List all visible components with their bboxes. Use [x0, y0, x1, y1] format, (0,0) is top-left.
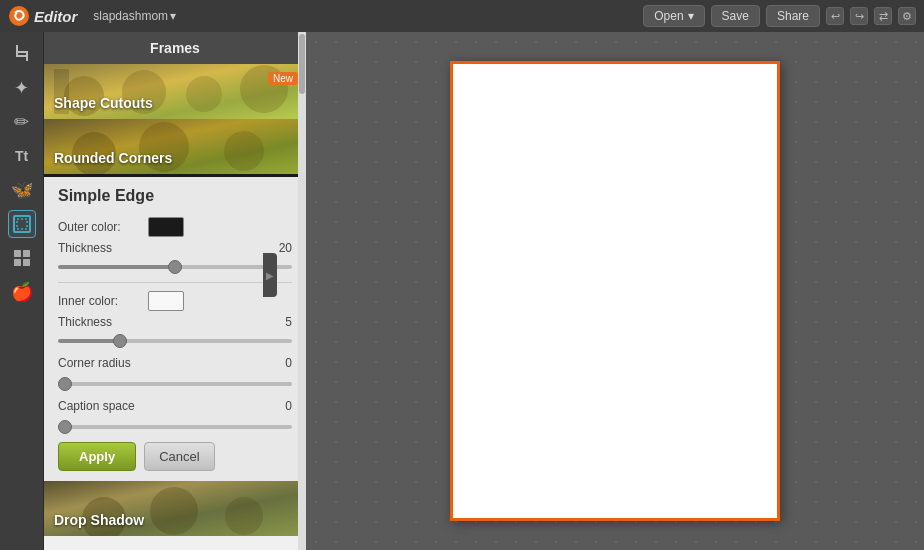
- undo-button[interactable]: ↩: [826, 7, 844, 25]
- outer-thickness-slider[interactable]: [58, 265, 292, 269]
- rounded-corners-item[interactable]: Rounded Corners: [44, 119, 306, 174]
- outer-color-label: Outer color:: [58, 220, 148, 234]
- sidebar-title: Frames: [44, 32, 306, 64]
- main: ✦ ✏ Tt 🦋 🍎 Frames: [0, 32, 924, 550]
- svg-point-14: [186, 76, 222, 112]
- svg-rect-6: [17, 219, 27, 229]
- inner-thickness-row: Thickness 5: [58, 315, 292, 329]
- divider: [58, 282, 292, 283]
- cancel-button[interactable]: Cancel: [144, 442, 214, 471]
- redo-button[interactable]: ↪: [850, 7, 868, 25]
- user-menu-button[interactable]: slapdashmom ▾: [93, 9, 176, 23]
- caption-space-slider-container: [58, 417, 292, 432]
- outer-thickness-value: 20: [279, 241, 292, 255]
- canvas-area: [306, 32, 924, 550]
- grid-tool[interactable]: [8, 244, 36, 272]
- history-button[interactable]: ⇄: [874, 7, 892, 25]
- brush-tool[interactable]: ✏: [8, 108, 36, 136]
- svg-rect-7: [14, 250, 21, 257]
- settings-button[interactable]: ⚙: [898, 7, 916, 25]
- corner-radius-slider[interactable]: [58, 382, 292, 386]
- drop-shadow-item[interactable]: Drop Shadow: [44, 481, 306, 536]
- logo-icon: [8, 5, 30, 27]
- scrollbar-thumb[interactable]: [299, 34, 305, 94]
- action-buttons: Apply Cancel: [58, 442, 292, 471]
- logo-area: Editor: [8, 5, 77, 27]
- inner-color-label: Inner color:: [58, 294, 148, 308]
- caption-space-value: 0: [285, 399, 292, 413]
- corner-radius-value: 0: [285, 356, 292, 370]
- inner-thickness-slider[interactable]: [58, 339, 292, 343]
- shape-cutouts-item[interactable]: Shape Cutouts New: [44, 64, 306, 119]
- corner-radius-label: Corner radius: [58, 356, 131, 370]
- outer-thickness-slider-container: [58, 257, 292, 272]
- open-button[interactable]: Open ▾: [643, 5, 704, 27]
- svg-point-23: [150, 487, 198, 535]
- text-tool[interactable]: Tt: [8, 142, 36, 170]
- svg-point-0: [9, 6, 29, 26]
- outer-thickness-row: Thickness 20: [58, 241, 292, 255]
- corner-radius-slider-container: [58, 374, 292, 389]
- sidebar-expand-arrow[interactable]: ▶: [263, 253, 277, 297]
- outer-thickness-label: Thickness: [58, 241, 112, 255]
- svg-rect-9: [14, 259, 21, 266]
- logo-text: Editor: [34, 8, 77, 25]
- caption-space-slider[interactable]: [58, 425, 292, 429]
- simple-edge-panel: Simple Edge Outer color: Thickness 20: [44, 174, 306, 481]
- crop-tool[interactable]: [8, 40, 36, 68]
- butterfly-tool[interactable]: 🦋: [8, 176, 36, 204]
- simple-edge-title: Simple Edge: [58, 187, 292, 205]
- canvas-frame: [450, 61, 780, 521]
- frames-tool[interactable]: [8, 210, 36, 238]
- magic-wand-tool[interactable]: ✦: [8, 74, 36, 102]
- inner-color-swatch[interactable]: [148, 291, 184, 311]
- svg-rect-4: [16, 51, 28, 53]
- svg-rect-8: [23, 250, 30, 257]
- shape-cutouts-badge: New: [268, 72, 298, 85]
- save-button[interactable]: Save: [711, 5, 760, 27]
- outer-color-swatch[interactable]: [148, 217, 184, 237]
- rounded-corners-label: Rounded Corners: [54, 150, 172, 166]
- caption-space-row: Caption space 0: [58, 399, 292, 413]
- shape-cutouts-label: Shape Cutouts: [54, 95, 153, 111]
- sidebar-scrollbar[interactable]: [298, 32, 306, 550]
- svg-point-24: [225, 497, 263, 535]
- svg-rect-10: [23, 259, 30, 266]
- apple-tool[interactable]: 🍎: [8, 278, 36, 306]
- inner-thickness-slider-container: [58, 331, 292, 346]
- topbar-right: Open ▾ Save Share ↩ ↪ ⇄ ⚙: [643, 5, 916, 27]
- share-button[interactable]: Share: [766, 5, 820, 27]
- topbar: Editor slapdashmom ▾ Open ▾ Save Share ↩…: [0, 0, 924, 32]
- inner-thickness-label: Thickness: [58, 315, 112, 329]
- drop-shadow-label: Drop Shadow: [54, 512, 144, 528]
- sidebar-scroll[interactable]: Shape Cutouts New: [44, 64, 306, 550]
- corner-radius-row: Corner radius 0: [58, 356, 292, 370]
- caption-space-label: Caption space: [58, 399, 135, 413]
- left-toolbar: ✦ ✏ Tt 🦋 🍎: [0, 32, 44, 550]
- svg-point-20: [224, 131, 264, 171]
- outer-color-row: Outer color:: [58, 217, 292, 237]
- inner-color-row: Inner color:: [58, 291, 292, 311]
- apply-button[interactable]: Apply: [58, 442, 136, 471]
- inner-thickness-value: 5: [285, 315, 292, 329]
